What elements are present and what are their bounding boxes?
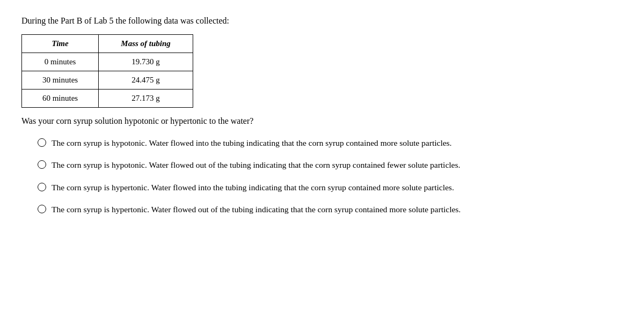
table-header-mass: Mass of tubing [99, 35, 193, 53]
table-cell-time-0: 0 minutes [22, 53, 99, 71]
table-row: 0 minutes19.730 g [22, 53, 193, 71]
option-text-3: The corn syrup is hypertonic. Water flow… [52, 181, 454, 193]
option-item-2[interactable]: The corn syrup is hypotonic. Water flowe… [38, 159, 623, 171]
table-row: 60 minutes27.173 g [22, 90, 193, 108]
option-text-2: The corn syrup is hypotonic. Water flowe… [52, 159, 460, 171]
table-row: 30 minutes24.475 g [22, 71, 193, 90]
question-text: Was your corn syrup solution hypotonic o… [21, 116, 623, 126]
option-item-3[interactable]: The corn syrup is hypertonic. Water flow… [38, 181, 623, 193]
option-radio-3[interactable] [38, 183, 46, 191]
table-cell-time-1: 30 minutes [22, 71, 99, 90]
option-item-4[interactable]: The corn syrup is hypertonic. Water flow… [38, 203, 623, 215]
table-cell-mass-0: 19.730 g [99, 53, 193, 71]
option-text-1: The corn syrup is hypotonic. Water flowe… [52, 137, 452, 149]
option-item-1[interactable]: The corn syrup is hypotonic. Water flowe… [38, 137, 623, 149]
intro-text: During the Part B of Lab 5 the following… [21, 16, 623, 26]
option-radio-2[interactable] [38, 160, 46, 169]
table-header-time: Time [22, 35, 99, 53]
option-radio-1[interactable] [38, 138, 46, 147]
options-container: The corn syrup is hypotonic. Water flowe… [21, 137, 623, 215]
table-cell-mass-1: 24.475 g [99, 71, 193, 90]
option-radio-4[interactable] [38, 205, 46, 213]
table-cell-mass-2: 27.173 g [99, 90, 193, 108]
table-cell-time-2: 60 minutes [22, 90, 99, 108]
option-text-4: The corn syrup is hypertonic. Water flow… [52, 203, 461, 215]
data-table: Time Mass of tubing 0 minutes19.730 g30 … [21, 34, 193, 108]
